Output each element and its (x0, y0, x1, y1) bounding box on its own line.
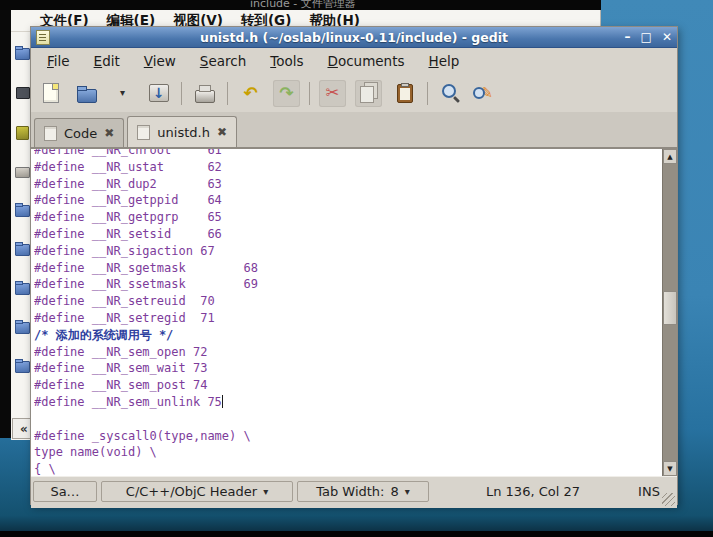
tab-width-dropdown[interactable]: Tab Width: 8 ▾ (297, 481, 429, 502)
tab-width-label: Tab Width: (316, 484, 384, 499)
background-window-title: include - 文件管理器 (250, 0, 356, 10)
status-bar: Sa… C/C++/ObjC Header ▾ Tab Width: 8 ▾ L… (31, 476, 677, 508)
menu-edit[interactable]: Edit (94, 53, 120, 69)
language-dropdown[interactable]: C/C++/ObjC Header ▾ (101, 481, 293, 502)
open-dropdown-button[interactable]: ▾ (109, 80, 136, 107)
code-line (34, 411, 660, 428)
cut-button[interactable]: ✂ (319, 80, 346, 107)
menu-file[interactable]: File (47, 53, 70, 69)
tab-unistd-h[interactable]: unistd.h ✖ (127, 116, 237, 147)
code-line: #define __NR_ssetmask 69 (34, 276, 660, 293)
toolbar-group-print (191, 80, 218, 107)
scrollbar-thumb[interactable] (663, 291, 677, 325)
code-line: #define __NR_setsid 66 (34, 226, 660, 243)
background-window-titlebar: include - 文件管理器 (0, 0, 601, 10)
new-document-button[interactable] (37, 80, 64, 107)
folder-icon[interactable] (15, 48, 30, 60)
tab-close-icon[interactable]: ✖ (104, 127, 114, 139)
code-line: #define __NR_sem_unlink 75 (34, 394, 660, 411)
menu-view[interactable]: View (144, 53, 176, 69)
code-line: /* 添加的系统调用号 */ (34, 327, 660, 344)
code-line: type name(void) \ (34, 444, 660, 461)
editor-text: #define __NR_chroot 61#define __NR_ustat… (34, 148, 660, 476)
open-button[interactable] (73, 80, 100, 107)
status-save-label: Sa… (33, 481, 97, 502)
find-button[interactable] (437, 80, 464, 107)
code-line: #define __NR_setreuid 70 (34, 293, 660, 310)
maximize-button[interactable]: □ (641, 28, 652, 46)
scroll-up-icon[interactable]: ▲ (663, 149, 677, 164)
folder-icon[interactable] (15, 283, 30, 295)
menu-help[interactable]: Help (428, 53, 459, 69)
toolbar-separator (309, 82, 310, 105)
code-line: #define __NR_dup2 63 (34, 176, 660, 193)
toolbar-separator (181, 82, 182, 105)
code-line: #define __NR_setregid 71 (34, 310, 660, 327)
code-line: #define __NR_sem_open 72 (34, 344, 660, 361)
gedit-toolbar: ▾↓ ↶↷ ✂ ✎ (31, 74, 677, 112)
toolbar-separator (427, 82, 428, 105)
document-icon (137, 125, 150, 140)
toolbar-group-undo: ↶↷ (237, 80, 300, 107)
desktop: include - 文件管理器 文件(F)编辑(E)视图(V)转到(G)帮助(H… (0, 0, 713, 537)
folder-icon[interactable] (15, 244, 30, 256)
copy-button[interactable] (355, 80, 382, 107)
close-button[interactable]: ✕ (662, 28, 672, 46)
folder-icon[interactable] (15, 322, 30, 334)
tab-bar: Code ✖ unistd.h ✖ (31, 112, 677, 148)
scroll-down-icon[interactable]: ▼ (663, 461, 677, 476)
trash-icon[interactable] (16, 126, 29, 140)
redo-button[interactable]: ↷ (273, 80, 300, 107)
video-border-bottom (0, 531, 713, 537)
window-controls: – □ ✕ (625, 28, 672, 46)
undo-button[interactable]: ↶ (237, 80, 264, 107)
folder-icon[interactable] (15, 361, 30, 373)
code-line: #define __NR_sem_wait 73 (34, 360, 660, 377)
menu-tools[interactable]: Tools (270, 53, 303, 69)
minimize-button[interactable]: – (625, 28, 631, 46)
paste-button[interactable] (391, 80, 418, 107)
code-line: { \ (34, 461, 660, 476)
menu-documents[interactable]: Documents (327, 53, 404, 69)
video-border-left (0, 10, 11, 438)
code-line: #define __NR_sem_post 74 (34, 377, 660, 394)
tab-label: Code (64, 126, 97, 141)
code-line: #define __NR_getppid 64 (34, 192, 660, 209)
tab-label: unistd.h (157, 125, 210, 140)
menu-search[interactable]: Search (200, 53, 246, 69)
code-line: #define __NR_ustat 62 (34, 159, 660, 176)
toolbar-separator (227, 82, 228, 105)
gedit-titlebar[interactable]: unistd.h (~/oslab/linux-0.11/include) - … (31, 27, 677, 48)
cursor-position: Ln 136, Col 27 (443, 481, 623, 502)
code-line: #define __NR_chroot 61 (34, 148, 660, 159)
language-label: C/C++/ObjC Header (126, 484, 257, 499)
code-line: #define __NR_sgetmask 68 (34, 260, 660, 277)
save-button[interactable]: ↓ (145, 80, 172, 107)
print-button[interactable] (191, 80, 218, 107)
toolbar-group-search: ✎ (437, 80, 500, 107)
replace-button[interactable]: ✎ (473, 80, 500, 107)
gedit-menubar: FileEditViewSearchToolsDocumentsHelp (31, 48, 677, 74)
device-icon[interactable] (16, 87, 30, 99)
resize-grip[interactable] (662, 493, 675, 506)
toolbar-group-file: ▾↓ (37, 80, 172, 107)
folder-icon[interactable] (15, 205, 30, 217)
code-line: #define __NR_sigaction 67 (34, 243, 660, 260)
code-line: #define __NR_getpgrp 65 (34, 209, 660, 226)
tab-width-value: 8 (390, 484, 398, 499)
editor-area[interactable]: #define __NR_chroot 61#define __NR_ustat… (31, 148, 677, 476)
vertical-scrollbar[interactable]: ▲ ▼ (662, 149, 677, 476)
gedit-window: unistd.h (~/oslab/linux-0.11/include) - … (30, 26, 678, 505)
window-title: unistd.h (~/oslab/linux-0.11/include) - … (31, 30, 677, 45)
document-icon (44, 126, 57, 141)
drive-icon[interactable] (15, 167, 30, 178)
text-cursor (222, 395, 223, 408)
code-line: #define _syscall0(type,name) \ (34, 428, 660, 445)
tab-code[interactable]: Code ✖ (34, 118, 124, 147)
chevron-down-icon: ▾ (263, 486, 268, 497)
toolbar-group-clipboard: ✂ (319, 80, 418, 107)
chevron-down-icon: ▾ (405, 486, 410, 497)
tab-close-icon[interactable]: ✖ (217, 126, 227, 138)
